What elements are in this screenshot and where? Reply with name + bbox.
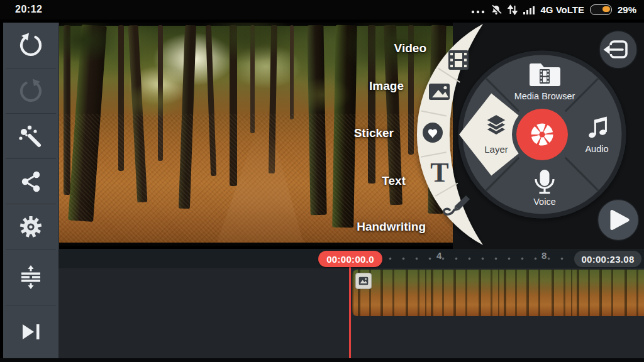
capture-button[interactable]: [516, 109, 568, 160]
play-button[interactable]: [598, 200, 639, 241]
media-browser-label: Media Browser: [514, 91, 575, 101]
svg-text:T: T: [430, 157, 448, 188]
arc-item-text[interactable]: T: [430, 157, 448, 188]
wheel-overlay: T: [0, 0, 644, 362]
wheel-menu: Media Browser Layer: [459, 53, 624, 216]
audio-label: Audio: [585, 144, 608, 154]
arc-item-image[interactable]: [429, 84, 450, 100]
voice-label: Voice: [533, 197, 555, 207]
arc-item-video[interactable]: [448, 50, 469, 70]
layer-label: Layer: [484, 144, 508, 155]
kinemaster-editor: 20:12 4G VoLTE 29%: [0, 0, 644, 362]
exit-button[interactable]: [599, 31, 637, 69]
